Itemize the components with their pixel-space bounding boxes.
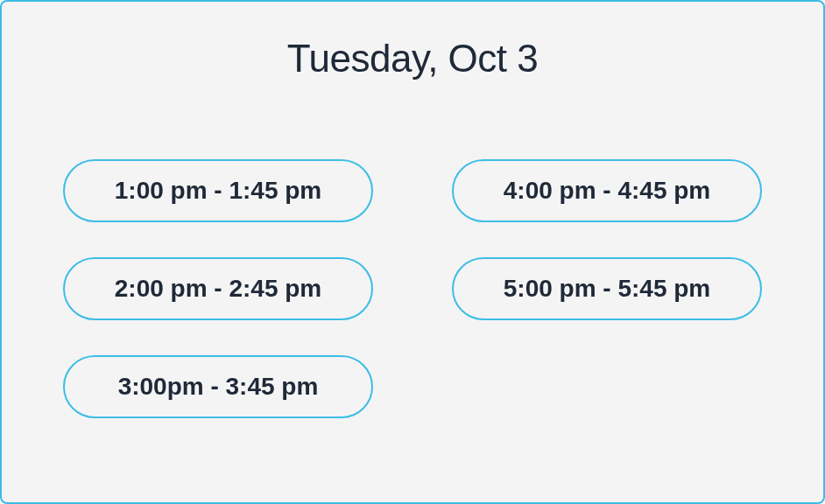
date-title: Tuesday, Oct 3 — [54, 37, 771, 80]
time-slot-4pm[interactable]: 4:00 pm - 4:45 pm — [452, 159, 762, 222]
time-slots-grid: 1:00 pm - 1:45 pm 4:00 pm - 4:45 pm 2:00… — [54, 159, 771, 418]
time-slot-2pm[interactable]: 2:00 pm - 2:45 pm — [63, 257, 373, 320]
time-slot-5pm[interactable]: 5:00 pm - 5:45 pm — [452, 257, 762, 320]
time-slot-1pm[interactable]: 1:00 pm - 1:45 pm — [63, 159, 373, 222]
time-slot-3pm[interactable]: 3:00pm - 3:45 pm — [63, 355, 373, 418]
time-slot-picker: Tuesday, Oct 3 1:00 pm - 1:45 pm 4:00 pm… — [0, 0, 825, 504]
